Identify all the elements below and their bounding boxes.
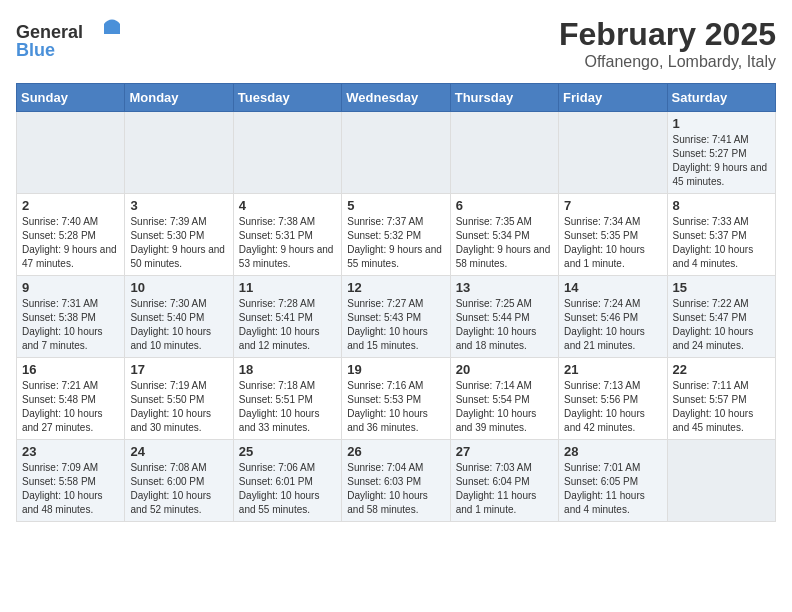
calendar-day-cell: 28Sunrise: 7:01 AM Sunset: 6:05 PM Dayli… [559,440,667,522]
day-info: Sunrise: 7:25 AM Sunset: 5:44 PM Dayligh… [456,297,553,353]
day-number: 19 [347,362,444,377]
calendar-day-cell [450,112,558,194]
day-number: 26 [347,444,444,459]
day-info: Sunrise: 7:08 AM Sunset: 6:00 PM Dayligh… [130,461,227,517]
page-header: General Blue February 2025 Offanengo, Lo… [16,16,776,71]
day-number: 6 [456,198,553,213]
calendar-day-cell: 11Sunrise: 7:28 AM Sunset: 5:41 PM Dayli… [233,276,341,358]
logo: General Blue [16,16,126,65]
day-info: Sunrise: 7:35 AM Sunset: 5:34 PM Dayligh… [456,215,553,271]
weekday-header: Friday [559,84,667,112]
calendar-day-cell: 22Sunrise: 7:11 AM Sunset: 5:57 PM Dayli… [667,358,775,440]
calendar-day-cell: 16Sunrise: 7:21 AM Sunset: 5:48 PM Dayli… [17,358,125,440]
logo-text: General Blue [16,16,126,65]
calendar-week-row: 23Sunrise: 7:09 AM Sunset: 5:58 PM Dayli… [17,440,776,522]
calendar-week-row: 2Sunrise: 7:40 AM Sunset: 5:28 PM Daylig… [17,194,776,276]
calendar-week-row: 9Sunrise: 7:31 AM Sunset: 5:38 PM Daylig… [17,276,776,358]
day-number: 2 [22,198,119,213]
calendar-table: SundayMondayTuesdayWednesdayThursdayFrid… [16,83,776,522]
day-number: 14 [564,280,661,295]
day-number: 3 [130,198,227,213]
day-info: Sunrise: 7:40 AM Sunset: 5:28 PM Dayligh… [22,215,119,271]
calendar-day-cell: 7Sunrise: 7:34 AM Sunset: 5:35 PM Daylig… [559,194,667,276]
day-number: 11 [239,280,336,295]
calendar-day-cell: 1Sunrise: 7:41 AM Sunset: 5:27 PM Daylig… [667,112,775,194]
calendar-day-cell [17,112,125,194]
day-info: Sunrise: 7:39 AM Sunset: 5:30 PM Dayligh… [130,215,227,271]
calendar-day-cell: 18Sunrise: 7:18 AM Sunset: 5:51 PM Dayli… [233,358,341,440]
calendar-day-cell: 25Sunrise: 7:06 AM Sunset: 6:01 PM Dayli… [233,440,341,522]
weekday-header: Saturday [667,84,775,112]
day-number: 15 [673,280,770,295]
day-info: Sunrise: 7:21 AM Sunset: 5:48 PM Dayligh… [22,379,119,435]
day-number: 10 [130,280,227,295]
day-info: Sunrise: 7:41 AM Sunset: 5:27 PM Dayligh… [673,133,770,189]
day-number: 7 [564,198,661,213]
location-title: Offanengo, Lombardy, Italy [559,53,776,71]
calendar-day-cell: 2Sunrise: 7:40 AM Sunset: 5:28 PM Daylig… [17,194,125,276]
day-number: 24 [130,444,227,459]
day-info: Sunrise: 7:03 AM Sunset: 6:04 PM Dayligh… [456,461,553,517]
calendar-day-cell: 27Sunrise: 7:03 AM Sunset: 6:04 PM Dayli… [450,440,558,522]
calendar-day-cell [342,112,450,194]
day-number: 4 [239,198,336,213]
day-info: Sunrise: 7:06 AM Sunset: 6:01 PM Dayligh… [239,461,336,517]
day-number: 21 [564,362,661,377]
calendar-day-cell: 9Sunrise: 7:31 AM Sunset: 5:38 PM Daylig… [17,276,125,358]
weekday-header: Tuesday [233,84,341,112]
calendar-day-cell [125,112,233,194]
day-info: Sunrise: 7:13 AM Sunset: 5:56 PM Dayligh… [564,379,661,435]
weekday-header: Wednesday [342,84,450,112]
day-info: Sunrise: 7:27 AM Sunset: 5:43 PM Dayligh… [347,297,444,353]
day-info: Sunrise: 7:11 AM Sunset: 5:57 PM Dayligh… [673,379,770,435]
calendar-day-cell: 21Sunrise: 7:13 AM Sunset: 5:56 PM Dayli… [559,358,667,440]
day-number: 5 [347,198,444,213]
calendar-day-cell: 4Sunrise: 7:38 AM Sunset: 5:31 PM Daylig… [233,194,341,276]
day-info: Sunrise: 7:04 AM Sunset: 6:03 PM Dayligh… [347,461,444,517]
calendar-day-cell: 23Sunrise: 7:09 AM Sunset: 5:58 PM Dayli… [17,440,125,522]
day-info: Sunrise: 7:28 AM Sunset: 5:41 PM Dayligh… [239,297,336,353]
weekday-header: Sunday [17,84,125,112]
weekday-header-row: SundayMondayTuesdayWednesdayThursdayFrid… [17,84,776,112]
calendar-day-cell: 3Sunrise: 7:39 AM Sunset: 5:30 PM Daylig… [125,194,233,276]
title-block: February 2025 Offanengo, Lombardy, Italy [559,16,776,71]
day-number: 12 [347,280,444,295]
calendar-day-cell [233,112,341,194]
day-number: 25 [239,444,336,459]
weekday-header: Monday [125,84,233,112]
day-number: 17 [130,362,227,377]
weekday-header: Thursday [450,84,558,112]
calendar-day-cell [559,112,667,194]
calendar-day-cell: 13Sunrise: 7:25 AM Sunset: 5:44 PM Dayli… [450,276,558,358]
calendar-day-cell: 5Sunrise: 7:37 AM Sunset: 5:32 PM Daylig… [342,194,450,276]
day-info: Sunrise: 7:30 AM Sunset: 5:40 PM Dayligh… [130,297,227,353]
day-info: Sunrise: 7:33 AM Sunset: 5:37 PM Dayligh… [673,215,770,271]
day-number: 28 [564,444,661,459]
calendar-day-cell: 12Sunrise: 7:27 AM Sunset: 5:43 PM Dayli… [342,276,450,358]
day-number: 18 [239,362,336,377]
day-info: Sunrise: 7:31 AM Sunset: 5:38 PM Dayligh… [22,297,119,353]
day-number: 20 [456,362,553,377]
svg-text:General: General [16,22,83,42]
calendar-day-cell: 19Sunrise: 7:16 AM Sunset: 5:53 PM Dayli… [342,358,450,440]
day-number: 27 [456,444,553,459]
day-number: 23 [22,444,119,459]
calendar-day-cell: 15Sunrise: 7:22 AM Sunset: 5:47 PM Dayli… [667,276,775,358]
day-number: 16 [22,362,119,377]
day-info: Sunrise: 7:38 AM Sunset: 5:31 PM Dayligh… [239,215,336,271]
day-info: Sunrise: 7:09 AM Sunset: 5:58 PM Dayligh… [22,461,119,517]
calendar-day-cell: 6Sunrise: 7:35 AM Sunset: 5:34 PM Daylig… [450,194,558,276]
svg-text:Blue: Blue [16,40,55,60]
day-info: Sunrise: 7:19 AM Sunset: 5:50 PM Dayligh… [130,379,227,435]
day-info: Sunrise: 7:01 AM Sunset: 6:05 PM Dayligh… [564,461,661,517]
day-info: Sunrise: 7:37 AM Sunset: 5:32 PM Dayligh… [347,215,444,271]
day-number: 13 [456,280,553,295]
calendar-day-cell [667,440,775,522]
day-info: Sunrise: 7:14 AM Sunset: 5:54 PM Dayligh… [456,379,553,435]
calendar-day-cell: 10Sunrise: 7:30 AM Sunset: 5:40 PM Dayli… [125,276,233,358]
calendar-week-row: 1Sunrise: 7:41 AM Sunset: 5:27 PM Daylig… [17,112,776,194]
calendar-day-cell: 14Sunrise: 7:24 AM Sunset: 5:46 PM Dayli… [559,276,667,358]
calendar-day-cell: 8Sunrise: 7:33 AM Sunset: 5:37 PM Daylig… [667,194,775,276]
calendar-week-row: 16Sunrise: 7:21 AM Sunset: 5:48 PM Dayli… [17,358,776,440]
day-number: 9 [22,280,119,295]
